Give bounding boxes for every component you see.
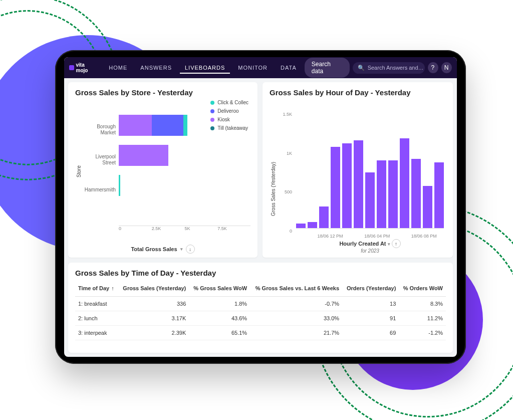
hour-bar[interactable] — [411, 159, 421, 228]
hour-plot: 18/06 12 PM18/06 04 PM18/06 08 PM Hourly… — [294, 100, 446, 254]
help-button[interactable]: ? — [428, 62, 438, 73]
hour-bar[interactable] — [388, 160, 398, 228]
avatar[interactable]: N — [441, 62, 452, 73]
nav-home[interactable]: HOME — [104, 62, 132, 74]
legend-swatch — [210, 118, 214, 122]
store-bar[interactable] — [119, 145, 250, 166]
table-cell: 3.17K — [118, 311, 189, 326]
legend-swatch — [210, 101, 214, 105]
nav-monitor[interactable]: MONITOR — [233, 62, 273, 74]
table-cell: 69 — [342, 326, 399, 340]
legend-swatch — [210, 109, 214, 113]
hour-bar[interactable] — [365, 172, 375, 228]
hour-bar[interactable] — [296, 224, 306, 228]
y-axis-ticks: 1.5K1K5000 — [277, 100, 294, 254]
x-tick-label — [404, 234, 411, 239]
column-header[interactable]: Gross Sales (Yesterday) — [118, 280, 189, 297]
hour-bar[interactable] — [331, 147, 340, 228]
x-tick-label: 18/06 08 PM — [411, 234, 437, 239]
legend-item[interactable]: Kiosk — [210, 117, 248, 122]
brand-text: vita mojo — [76, 62, 97, 73]
legend-item[interactable]: Click & Collec — [210, 100, 248, 105]
bar-segment — [119, 145, 168, 166]
legend-item[interactable]: Deliveroo — [210, 108, 248, 114]
table-cell: 336 — [118, 297, 189, 311]
x-axis-labels: 18/06 12 PM18/06 04 PM18/06 08 PM — [296, 234, 444, 239]
table-row[interactable]: 3: interpeak2.39K65.1%21.7%69-1.2% — [75, 326, 446, 340]
bar-segment — [119, 175, 120, 196]
card-title: Gross Sales by Time of Day - Yesterday — [75, 269, 446, 277]
table-cell: 91 — [342, 311, 399, 326]
legend-item[interactable]: Till (takeaway — [210, 125, 248, 131]
nav-answers[interactable]: ANSWERS — [135, 62, 177, 74]
legend: Click & CollecDeliverooKioskTill (takeaw… — [210, 100, 248, 134]
x-tick-label — [357, 234, 364, 239]
card-title: Gross Sales by Hour of Day - Yesterday — [270, 88, 446, 97]
table-cell: 1: breakfast — [75, 297, 118, 311]
column-header[interactable]: % Orders WoW — [399, 280, 446, 297]
sort-arrow-icon: ↑ — [111, 285, 114, 291]
x-tick-label — [437, 234, 444, 239]
y-tick-label: LiverpoolStreet — [83, 145, 119, 175]
x-axis: 02.5K5K7.5K — [119, 226, 250, 232]
card-title: Gross Sales by Store - Yesterday — [75, 88, 250, 97]
chevron-down-icon[interactable]: ▾ — [180, 247, 183, 252]
table-cell: 8.3% — [399, 297, 446, 311]
x-tick-label — [296, 234, 303, 239]
legend-label: Kiosk — [217, 117, 229, 122]
x-tick-label: 7.5K — [217, 226, 250, 232]
hour-bar[interactable] — [354, 140, 363, 228]
table-cell: -0.7% — [250, 297, 342, 311]
hour-bar[interactable] — [342, 143, 352, 228]
bar-segment — [152, 115, 183, 136]
nav-liveboards[interactable]: LIVEBOARDS — [180, 62, 230, 74]
chevron-down-icon[interactable]: ▾ — [388, 242, 390, 247]
bar-segment — [119, 115, 152, 136]
table-row[interactable]: 2: lunch3.17K43.6%33.0%9111.2% — [75, 311, 446, 326]
column-header[interactable]: % Gross Sales WoW — [189, 280, 250, 297]
table-row[interactable]: 1: breakfast3361.8%-0.7%138.3% — [75, 297, 446, 311]
x-tick-label: 0 — [119, 226, 152, 232]
y-tick-label: 1.5K — [277, 112, 292, 151]
x-axis-label[interactable]: Hourly Created At — [339, 241, 386, 247]
table-cell: 2: lunch — [75, 311, 118, 326]
y-tick-label: Hammersmith — [83, 175, 119, 205]
y-axis-title: Store — [75, 165, 83, 177]
hour-bar[interactable] — [434, 162, 444, 228]
y-tick-label: 1K — [277, 151, 292, 190]
legend-label: Click & Collec — [217, 100, 248, 105]
x-tick-label — [303, 234, 310, 239]
search-data-button[interactable]: Search data — [305, 58, 350, 78]
tablet-frame: vita mojo HOMEANSWERSLIVEBOARDSMONITORDA… — [55, 50, 466, 364]
table-cell: -1.2% — [399, 326, 446, 340]
search-answers-input[interactable]: 🔍 Search Answers and… — [353, 62, 425, 74]
sort-button[interactable]: ↑ — [392, 239, 401, 248]
column-header[interactable]: Orders (Yesterday) — [342, 280, 399, 297]
x-tick-label — [397, 234, 404, 239]
table-cell: 21.7% — [250, 326, 342, 340]
x-tick-label: 18/06 12 PM — [318, 234, 343, 239]
store-bar[interactable] — [119, 175, 250, 196]
search-icon: 🔍 — [358, 65, 365, 71]
x-tick-label: 2.5K — [152, 226, 185, 232]
x-tick-label — [343, 234, 350, 239]
column-header[interactable]: % Gross Sales vs. Last 6 Weeks — [250, 280, 342, 297]
sort-button[interactable]: ↓ — [186, 245, 195, 254]
hour-bar[interactable] — [377, 160, 386, 228]
bar-segment — [183, 115, 187, 136]
hour-bar[interactable] — [308, 222, 317, 228]
x-axis-label[interactable]: Total Gross Sales — [131, 246, 177, 252]
brand-logo[interactable]: vita mojo — [69, 62, 97, 73]
nav-data[interactable]: DATA — [276, 62, 302, 74]
column-header[interactable]: Time of Day↑ — [75, 280, 118, 297]
hour-bar[interactable] — [400, 138, 409, 228]
x-tick-label: 18/06 04 PM — [364, 234, 390, 239]
table-cell: 43.6% — [189, 311, 250, 326]
x-tick-label — [390, 234, 397, 239]
card-gross-by-hour: Gross Sales by Hour of Day - Yesterday G… — [263, 82, 453, 258]
hour-bar[interactable] — [423, 186, 432, 228]
hour-bar[interactable] — [319, 206, 329, 228]
store-plot: Click & CollecDeliverooKioskTill (takeaw… — [119, 100, 250, 243]
legend-swatch — [210, 126, 214, 130]
legend-label: Till (takeaway — [217, 125, 248, 131]
